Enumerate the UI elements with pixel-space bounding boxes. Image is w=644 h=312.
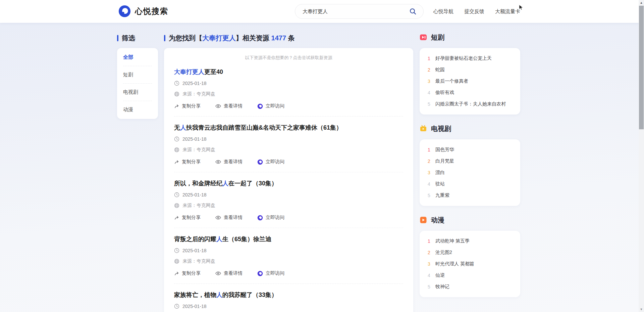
logo[interactable]: 心悦搜索 (118, 5, 168, 17)
ranking-heading-2: 动漫 (420, 216, 520, 224)
scrollbar[interactable]: ▲ ▼ (639, 0, 644, 312)
visit-now-button-label: 立即访问 (266, 215, 284, 221)
ranking-card-2: 1武动乾坤 第五季2沧元图23时光代理人 英都篇4仙逆5牧神记 (420, 231, 520, 297)
rank-number: 2 (428, 67, 431, 73)
nav-link-navigation[interactable]: 心悦导航 (433, 8, 453, 15)
filter-option-1[interactable]: 短剧 (123, 66, 152, 84)
scrollbar-thumb[interactable] (639, 6, 644, 129)
copy-share-button[interactable]: 复制分享 (174, 103, 201, 109)
scroll-down-button[interactable]: ▼ (639, 307, 644, 312)
result-item: 所以，和金牌经纪人在一起了（30集）2025-01-18来源：夸克网盘复制分享查… (174, 172, 403, 228)
ranking-item[interactable]: 5牧神记 (420, 281, 520, 293)
clock-icon (174, 248, 179, 253)
view-detail-button[interactable]: 查看详情 (215, 270, 243, 276)
result-list: 大奉打更人更至402025-01-18来源：夸克网盘复制分享查看详情立即访问无人… (174, 61, 403, 312)
result-title-link[interactable]: 背叛之后的闪耀人生（65集）徐兰迪 (174, 235, 403, 243)
result-title-link[interactable]: 家族将亡，植物人的我苏醒了（33集） (174, 291, 403, 299)
ranking-item[interactable]: 4偷听有戏 (420, 87, 520, 98)
result-actions: 复制分享查看详情立即访问 (174, 214, 403, 221)
search-input[interactable] (303, 9, 407, 14)
clock-icon (174, 192, 179, 197)
result-title-link[interactable]: 所以，和金牌经纪人在一起了（30集） (174, 179, 403, 187)
view-detail-button[interactable]: 查看详情 (215, 103, 243, 109)
clock-icon (174, 304, 179, 309)
search-button[interactable] (407, 6, 419, 17)
result-source: 来源：夸克网盘 (182, 147, 215, 153)
plain-text: 所以，和金牌经纪 (174, 180, 222, 187)
ranking-item[interactable]: 1好孕甜妻被钻石老公宠上天 (420, 53, 520, 64)
ranking-item[interactable]: 5闪婚京圈太子爷：夫人她来自农村 (420, 98, 520, 110)
result-title-link[interactable]: 大奉打更人更至40 (174, 68, 403, 76)
eye-icon (215, 216, 221, 220)
ranking-item[interactable]: 3漂白 (420, 167, 520, 178)
ranking-heading-0: 短剧 (420, 33, 520, 41)
anime-icon (420, 216, 427, 224)
view-detail-button[interactable]: 查看详情 (215, 159, 243, 165)
result-source-row: 来源：夸克网盘 (174, 146, 403, 153)
filter-option-0[interactable]: 全部 (123, 49, 152, 66)
ranking-item[interactable]: 2沧元图2 (420, 247, 520, 258)
rank-item-title: 武动乾坤 第五季 (435, 238, 470, 244)
ranking-item[interactable]: 1武动乾坤 第五季 (420, 235, 520, 247)
ranking-item[interactable]: 1国色芳华 (420, 144, 520, 155)
ranking-item[interactable]: 4仙逆 (420, 270, 520, 281)
plain-text: 条 (286, 34, 295, 42)
copy-share-button[interactable]: 复制分享 (174, 270, 201, 276)
visit-now-button[interactable]: 立即访问 (257, 215, 284, 221)
globe-icon (174, 203, 179, 208)
highlighted-text: 1477 (271, 34, 286, 42)
rank-number: 2 (428, 159, 431, 164)
result-item: 无人扶我青云志我自踏雪至山巅&名动天下之家事难休（61集）2025-01-18来… (174, 117, 403, 172)
copy-share-button[interactable]: 复制分享 (174, 159, 201, 165)
rank-item-title: 白月梵星 (435, 158, 454, 164)
ranking-item[interactable]: 3时光代理人 英都篇 (420, 258, 520, 270)
visit-now-button-label: 立即访问 (266, 103, 284, 109)
copy-share-button[interactable]: 复制分享 (174, 215, 201, 221)
globe-icon (174, 91, 179, 97)
result-item: 背叛之后的闪耀人生（65集）徐兰迪2025-01-18来源：夸克网盘复制分享查看… (174, 228, 403, 284)
plain-text: 更至40 (204, 69, 223, 75)
rank-item-title: 仙逆 (435, 272, 445, 278)
copy-share-button-label: 复制分享 (182, 215, 201, 221)
result-title-link[interactable]: 无人扶我青云志我自踏雪至山巅&名动天下之家事难休（61集） (174, 124, 403, 132)
ranking-item[interactable]: 5九重紫 (420, 190, 520, 201)
rank-number: 1 (428, 238, 431, 244)
results-title: 为您找到【大奉打更人】相关资源 1477 条 (169, 34, 295, 43)
top-nav: 心悦导航 提交反馈 大额流量卡 (433, 0, 520, 23)
results-card: 以下资源不是你想要的？点击尝试获取新资源 大奉打更人更至402025-01-18… (164, 48, 413, 312)
view-detail-button[interactable]: 查看详情 (215, 215, 243, 221)
plain-text: 在一起了（30集） (228, 180, 277, 187)
view-detail-button-label: 查看详情 (224, 270, 243, 276)
scroll-up-button[interactable]: ▲ (639, 0, 644, 5)
result-source: 来源：夸克网盘 (182, 203, 215, 209)
results-heading: 为您找到【大奉打更人】相关资源 1477 条 (164, 34, 295, 43)
filter-option-3[interactable]: 动漫 (123, 101, 152, 118)
visit-now-button[interactable]: 立即访问 (257, 103, 284, 109)
plain-text: 】相关资源 (236, 34, 271, 42)
filter-option-2[interactable]: 电视剧 (123, 84, 152, 101)
nav-link-data-card[interactable]: 大额流量卡 (495, 8, 520, 15)
globe-icon (174, 259, 179, 264)
highlighted-text: 大奉打更人 (174, 69, 204, 75)
ranking-title: 电视剧 (431, 124, 451, 133)
copy-share-button-label: 复制分享 (182, 159, 201, 165)
ranking-item[interactable]: 3最后一个修真者 (420, 76, 520, 87)
result-source-row: 来源：夸克网盘 (174, 91, 403, 97)
nav-link-feedback[interactable]: 提交反馈 (464, 8, 484, 15)
visit-icon (257, 271, 263, 276)
plain-text: 为您找到【 (169, 34, 202, 42)
filter-heading: 筛选 (117, 34, 135, 43)
result-date-row: 2025-01-18 (174, 247, 403, 254)
ranking-item[interactable]: 2蛇园 (420, 64, 520, 76)
rank-number: 3 (428, 261, 431, 267)
ranking-item[interactable]: 4驻站 (420, 178, 520, 190)
visit-now-button[interactable]: 立即访问 (257, 159, 284, 165)
ranking-card-0: 1好孕甜妻被钻石老公宠上天2蛇园3最后一个修真者4偷听有戏5闪婚京圈太子爷：夫人… (420, 48, 520, 115)
rank-item-title: 闪婚京圈太子爷：夫人她来自农村 (435, 101, 506, 107)
ranking-title: 动漫 (431, 216, 444, 225)
rank-number: 5 (428, 193, 431, 198)
refresh-notice-link[interactable]: 以下资源不是你想要的？点击尝试获取新资源 (174, 55, 403, 61)
visit-now-button[interactable]: 立即访问 (257, 270, 284, 276)
rank-item-title: 驻站 (435, 181, 445, 187)
ranking-item[interactable]: 2白月梵星 (420, 155, 520, 167)
